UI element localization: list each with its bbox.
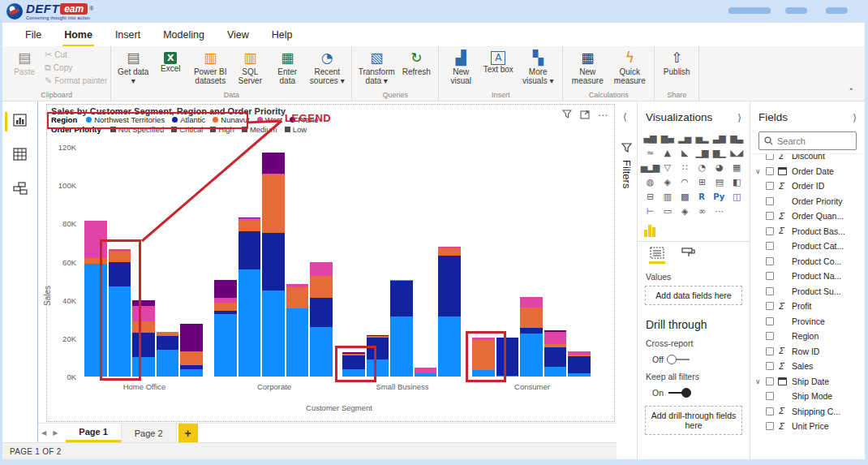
menu-item-view[interactable]: View [216, 24, 260, 45]
segment-northwest-territories[interactable] [568, 373, 591, 377]
ribbon-button-power-bi-datasets[interactable]: ▥Power BI datasets [189, 48, 231, 85]
segment-atlantic[interactable] [520, 328, 543, 334]
stacked-column-chart-visual[interactable]: Sales by Customer Segment, Region and Or… [46, 104, 615, 422]
bar-home-office-5[interactable] [180, 324, 203, 377]
field-item-order-quan[interactable]: ΣOrder Quan... [750, 209, 865, 224]
line-and-clustered-column-chart-icon[interactable]: ▆▁ [711, 146, 726, 159]
bar-corporate-1[interactable] [214, 280, 237, 377]
field-checkbox[interactable] [766, 197, 774, 205]
segment-nunavut[interactable] [310, 276, 333, 298]
ribbon-button-format-painter[interactable]: ✎Format painter [45, 74, 107, 87]
bar-consumer-4[interactable] [544, 330, 567, 377]
more-options-icon[interactable]: ⋯ [711, 205, 726, 217]
field-item-product-cat[interactable]: Product Cat... [750, 239, 865, 254]
python-visual-icon[interactable]: Py [711, 190, 726, 203]
segment-atlantic[interactable] [390, 281, 413, 316]
power-apps-visual-icon[interactable]: ◫ [729, 190, 744, 203]
ribbon-button-cut[interactable]: ✂Cut [45, 48, 107, 61]
kpi-icon[interactable]: ◧ [729, 175, 744, 188]
scatter-chart-icon[interactable]: ∷ [677, 161, 692, 174]
field-item-unit-price[interactable]: ΣUnit Price [750, 419, 865, 434]
add-data-fields-dropzone[interactable]: Add data fields here [645, 286, 742, 305]
expand-filters-icon[interactable]: ⟨ [623, 111, 627, 123]
segment-west[interactable] [544, 332, 567, 344]
stacked-column-chart-icon[interactable]: ▆▄ [660, 131, 674, 144]
bar-consumer-3[interactable] [520, 297, 543, 377]
segment-atlantic[interactable] [544, 347, 567, 367]
field-checkbox[interactable] [766, 182, 774, 190]
segment-northwest-territories[interactable] [415, 373, 437, 377]
field-checkbox[interactable] [766, 377, 774, 385]
ribbon-button-enter-data[interactable]: ▦Enter data [269, 48, 306, 85]
menu-item-modeling[interactable]: Modeling [152, 24, 216, 45]
ribbon-button-copy[interactable]: ⧉Copy [45, 61, 107, 74]
segment-northwest-territories[interactable] [438, 316, 461, 377]
arcgis-map-icon[interactable]: ◈ [677, 205, 692, 217]
field-checkbox[interactable] [766, 317, 774, 325]
stacked-area-chart-icon[interactable]: ◣ [677, 146, 692, 159]
keep-all-filters-toggle[interactable] [668, 392, 690, 394]
segment-prarie[interactable] [262, 153, 285, 174]
segment-west[interactable] [415, 368, 437, 373]
card-icon[interactable]: ⊞ [694, 175, 709, 188]
stacked-bar-chart-icon[interactable]: ▄▆ [642, 131, 657, 144]
segment-northwest-territories[interactable] [310, 327, 333, 377]
ribbon-button-new-measure[interactable]: ▦New measure [566, 48, 608, 85]
segment-atlantic[interactable] [438, 256, 461, 316]
bar-corporate-5[interactable] [310, 262, 333, 377]
tab-fields[interactable] [649, 247, 665, 264]
sidebar-model-view[interactable] [2, 176, 37, 204]
segment-northwest-territories[interactable] [157, 350, 179, 377]
menu-item-file[interactable]: File [14, 24, 53, 45]
ribbon-button-publish[interactable]: ⇧Publish [658, 48, 695, 76]
segment-northwest-territories[interactable] [390, 316, 413, 377]
map-icon[interactable]: ◍ [642, 175, 657, 188]
menu-item-home[interactable]: Home [53, 24, 104, 45]
field-checkbox[interactable] [766, 287, 774, 295]
segment-northwest-territories[interactable] [214, 314, 237, 377]
segment-nunavut[interactable] [262, 174, 285, 233]
field-item-discount[interactable]: ΣDiscount [750, 153, 865, 164]
gauge-icon[interactable]: ◠ [677, 175, 692, 188]
next-page-icon[interactable]: ▶ [53, 429, 58, 437]
segment-nunavut[interactable] [214, 303, 237, 310]
segment-nunavut[interactable] [520, 308, 543, 328]
field-item-profit[interactable]: ΣProfit [750, 299, 865, 314]
bar-corporate-3[interactable] [262, 153, 285, 377]
segment-west[interactable] [520, 297, 543, 308]
field-item-ship-date[interactable]: ∨Ship Date [750, 374, 865, 390]
ribbon-button-transform-data[interactable]: ▧Transform data ▾ [355, 48, 397, 85]
ribbon-button-excel[interactable]: XExcel [152, 48, 189, 73]
field-item-shipping-c[interactable]: ΣShipping C... [750, 404, 865, 420]
expand-chevron-icon[interactable]: ∨ [755, 167, 766, 175]
page-tab-page-2[interactable]: Page 2 [121, 424, 177, 442]
segment-nunavut[interactable] [438, 248, 461, 256]
menu-item-insert[interactable]: Insert [104, 24, 152, 45]
bar-corporate-4[interactable] [286, 284, 309, 377]
sidebar-report-view[interactable] [2, 108, 37, 136]
segment-atlantic[interactable] [310, 298, 333, 326]
segment-west[interactable] [310, 262, 333, 277]
expand-chevron-icon[interactable]: ∨ [755, 377, 766, 385]
pie-chart-icon[interactable]: ◔ [694, 161, 709, 174]
bar-small-business-3[interactable] [390, 280, 413, 377]
field-item-product-su[interactable]: Product Su... [750, 284, 865, 299]
slicer-icon[interactable]: ⊟ [642, 190, 657, 203]
segment-northwest-territories[interactable] [286, 308, 309, 377]
segment-northwest-territories[interactable] [238, 269, 261, 377]
segment-atlantic[interactable] [568, 356, 591, 373]
cross-report-toggle[interactable] [668, 359, 690, 360]
line-chart-icon[interactable]: ≈ [642, 146, 657, 159]
field-checkbox[interactable] [766, 392, 774, 400]
field-checkbox[interactable] [766, 422, 774, 430]
field-item-order-id[interactable]: ΣOrder ID [750, 179, 865, 194]
bar-consumer-5[interactable] [568, 351, 591, 377]
segment-nunavut[interactable] [180, 351, 203, 365]
field-checkbox[interactable] [766, 332, 774, 340]
field-checkbox[interactable] [766, 227, 774, 235]
100-stacked-bar-chart-icon[interactable]: ▂▅ [677, 131, 692, 144]
field-item-region[interactable]: Region [750, 329, 865, 344]
field-checkbox[interactable] [766, 242, 774, 250]
segment-northwest-territories[interactable] [544, 367, 567, 377]
collapse-ribbon-icon[interactable]: ˄ [849, 87, 854, 97]
